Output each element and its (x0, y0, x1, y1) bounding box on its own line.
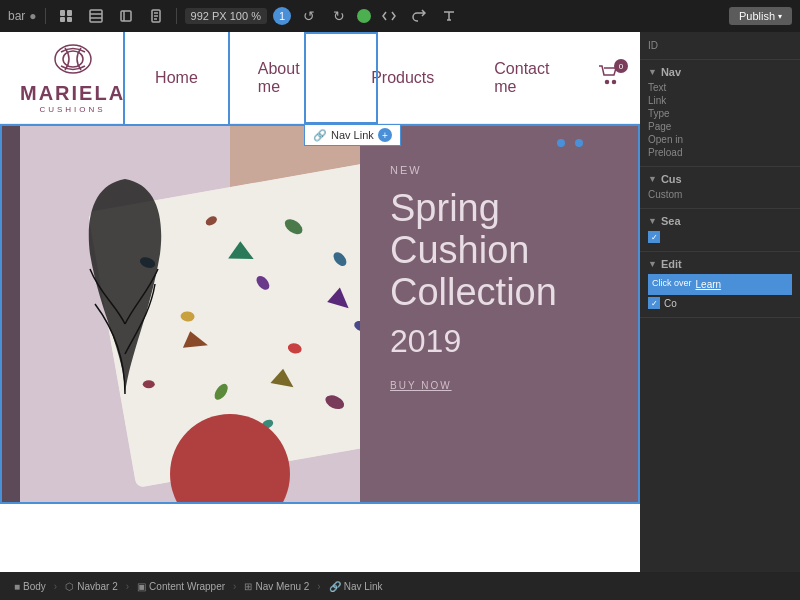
panel-warning-highlight: Click over Learn (648, 274, 792, 295)
cart-badge: 0 (614, 59, 628, 73)
panel-link-row: Link (648, 95, 792, 106)
svg-rect-1 (67, 10, 72, 16)
breadcrumb-nav-link[interactable]: 🔗 Nav Link (325, 579, 387, 594)
breadcrumb-navbar2-label: Navbar 2 (77, 581, 118, 592)
panel-text-row: Text (648, 82, 792, 93)
palm-leaf (80, 174, 170, 398)
svg-point-14 (63, 51, 83, 67)
custom-section-label: Cus (661, 173, 682, 185)
panel-custom-section: ▼ Cus Custom (640, 167, 800, 209)
site-logo: MARIELA CUSHIONS (20, 42, 125, 114)
breadcrumb-navbar2[interactable]: ⬡ Navbar 2 (61, 579, 122, 594)
selection-handle-2 (575, 139, 583, 147)
bc-sep-1: › (54, 581, 57, 592)
hero-new-badge: NEW (390, 164, 610, 176)
nav-cart[interactable]: 0 (598, 65, 620, 90)
hero-text-panel: NEW Spring Cushion Collection 2019 BUY N… (360, 124, 640, 504)
toolbar-icon-2[interactable] (84, 4, 108, 28)
nav-collapse-icon[interactable]: ▼ (648, 67, 657, 77)
search-collapse-icon[interactable]: ▼ (648, 216, 657, 226)
publish-chevron-icon: ▾ (778, 12, 782, 21)
site-navbar: MARIELA CUSHIONS Home About me Products … (0, 32, 640, 124)
hero-section: NEW Spring Cushion Collection 2019 BUY N… (0, 124, 640, 504)
svg-rect-4 (90, 10, 102, 22)
edit-collapse-icon[interactable]: ▼ (648, 259, 657, 269)
nav-link-home[interactable]: Home (125, 32, 228, 124)
check-icon: ✓ (651, 233, 658, 242)
bc-sep-4: › (317, 581, 320, 592)
nav-link-add-button[interactable]: + (378, 128, 392, 142)
status-indicator (357, 9, 371, 23)
checkbox[interactable]: ✓ (648, 231, 660, 243)
panel-edit-section: ▼ Edit Click over Learn ✓ Co (640, 252, 800, 318)
breadcrumb-nav-menu2[interactable]: ⊞ Nav Menu 2 (240, 579, 313, 594)
nav-link-products[interactable]: Products (341, 32, 464, 124)
hero-cta-button[interactable]: BUY NOW (390, 380, 610, 391)
svg-rect-3 (67, 17, 72, 22)
nav-link-contact[interactable]: Contact me (464, 32, 588, 124)
redo-button[interactable]: ↻ (327, 4, 351, 28)
breadcrumb-body[interactable]: ■ Body (10, 579, 50, 594)
toolbar-icon-3[interactable] (114, 4, 138, 28)
panel-type-row: Type (648, 108, 792, 119)
publish-button[interactable]: Publish ▾ (729, 7, 792, 25)
text-icon[interactable] (437, 4, 461, 28)
warning-text: Click over (652, 278, 692, 291)
open-in-label: Open in (648, 134, 683, 145)
panel-id-section: ID (640, 32, 800, 60)
breadcrumb-nav-menu2-label: Nav Menu 2 (255, 581, 309, 592)
panel-nav-section: ▼ Nav Text Link Type Page Open in Preloa… (640, 60, 800, 167)
edit-section-label: Edit (661, 258, 682, 270)
hero-dark-left (0, 124, 20, 504)
breadcrumb-content-wrapper[interactable]: ▣ Content Wrapper (133, 579, 229, 594)
toolbar-brand: bar ● (8, 9, 37, 23)
px-display: 992 PX 100 % (185, 8, 267, 24)
toolbar-icon-1[interactable] (54, 4, 78, 28)
content-wrapper-icon: ▣ (137, 581, 146, 592)
custom-collapse-icon[interactable]: ▼ (648, 174, 657, 184)
panel-open-row: Open in (648, 134, 792, 145)
svg-rect-0 (60, 10, 65, 16)
share-icon[interactable] (407, 4, 431, 28)
edit-check-label: Co (664, 298, 677, 309)
nav-link-popup: 🔗 Nav Link + (304, 124, 401, 146)
nav-link-popup-label: Nav Link (331, 129, 374, 141)
brand-name: bar (8, 9, 25, 23)
main-area: MARIELA CUSHIONS Home About me Products … (0, 32, 800, 572)
right-panel: ID ▼ Nav Text Link Type Page Open in (640, 32, 800, 572)
nav-section-label: Nav (661, 66, 681, 78)
toolbar-icon-4[interactable] (144, 4, 168, 28)
custom-label: Custom (648, 189, 682, 200)
logo-name: MARIELA (20, 82, 125, 105)
site-nav-links: Home About me Products Contact me (125, 32, 588, 124)
undo-button[interactable]: ↺ (297, 4, 321, 28)
type-label: Type (648, 108, 670, 119)
panel-preload-row: Preload (648, 147, 792, 158)
panel-page-row: Page (648, 121, 792, 132)
edit-check-icon: ✓ (651, 299, 658, 308)
nav-link-bc-icon: 🔗 (329, 581, 341, 592)
logo-sub: CUSHIONS (39, 105, 105, 114)
navbar2-icon: ⬡ (65, 581, 74, 592)
toolbar-divider (45, 8, 46, 24)
search-section-label: Sea (661, 215, 681, 227)
svg-point-16 (613, 81, 616, 84)
nav-link-about[interactable]: About me (228, 32, 341, 124)
page-label: Page (648, 121, 671, 132)
page-num: 1 (273, 7, 291, 25)
toolbar-divider2 (176, 8, 177, 24)
top-toolbar: bar ● 992 PX 100 % 1 ↺ ↻ (0, 0, 800, 32)
link-label: Link (648, 95, 666, 106)
bc-sep-2: › (126, 581, 129, 592)
logo-icon (53, 42, 93, 82)
checkbox-row: ✓ (648, 231, 792, 243)
learn-link[interactable]: Learn (696, 278, 722, 291)
text-label: Text (648, 82, 666, 93)
toolbar-left: bar ● 992 PX 100 % 1 ↺ ↻ (8, 4, 723, 28)
svg-rect-7 (121, 11, 131, 21)
edit-checkbox[interactable]: ✓ (648, 297, 660, 309)
code-icon[interactable] (377, 4, 401, 28)
breadcrumb-nav-link-label: Nav Link (344, 581, 383, 592)
publish-label: Publish (739, 10, 775, 22)
panel-custom-row: Custom (648, 189, 792, 200)
